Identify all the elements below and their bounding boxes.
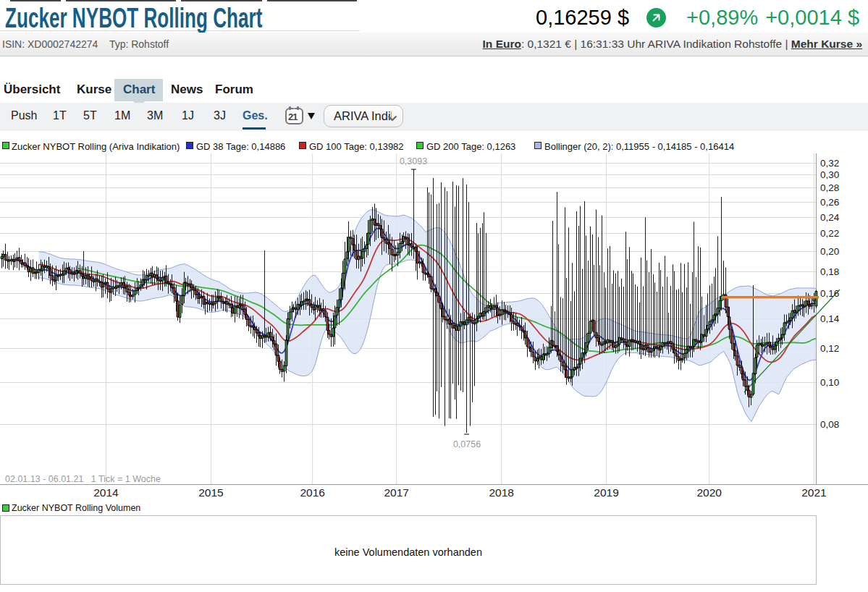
svg-text:0,10: 0,10 xyxy=(820,377,839,388)
svg-text:2020: 2020 xyxy=(696,486,722,499)
svg-text:0,3093: 0,3093 xyxy=(400,156,427,166)
svg-text:0,28: 0,28 xyxy=(820,182,839,193)
svg-text:0,22: 0,22 xyxy=(820,228,839,239)
svg-text:2015: 2015 xyxy=(198,486,223,499)
svg-text:0,30: 0,30 xyxy=(820,169,839,180)
svg-text:0,24: 0,24 xyxy=(820,212,840,223)
svg-text:0,18: 0,18 xyxy=(820,266,839,277)
svg-text:0,08: 0,08 xyxy=(820,419,839,430)
svg-text:2017: 2017 xyxy=(384,486,408,499)
svg-text:0,0756: 0,0756 xyxy=(453,439,481,449)
svg-text:2014: 2014 xyxy=(93,486,119,499)
svg-text:2019: 2019 xyxy=(594,486,618,499)
svg-text:0,26: 0,26 xyxy=(820,197,839,208)
svg-text:0,14: 0,14 xyxy=(820,313,840,324)
svg-text:02.01.13 - 06.01.21 1 Tick =: 02.01.13 - 06.01.21 1 Tick = 1 Woche xyxy=(5,474,161,484)
svg-text:0,16: 0,16 xyxy=(820,288,839,299)
svg-text:0,32: 0,32 xyxy=(820,158,839,169)
svg-text:2018: 2018 xyxy=(489,486,513,499)
svg-text:2021: 2021 xyxy=(801,486,826,499)
svg-text:0,12: 0,12 xyxy=(820,343,839,354)
svg-text:0,20: 0,20 xyxy=(820,246,839,257)
svg-text:2016: 2016 xyxy=(300,486,324,499)
